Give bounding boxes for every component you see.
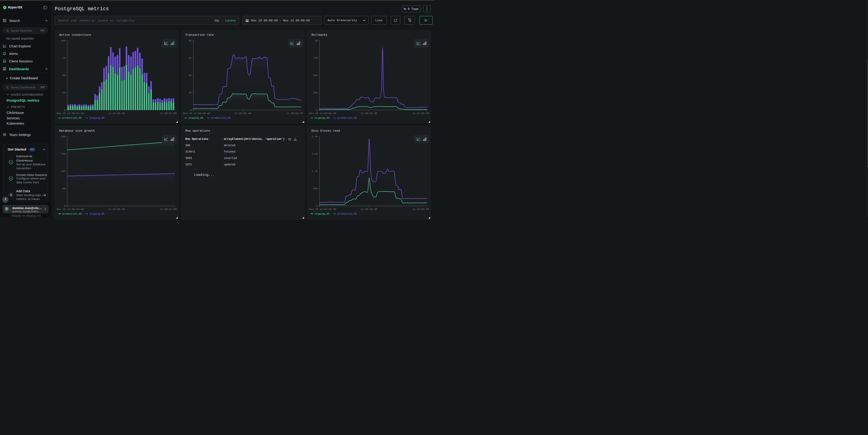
- svg-text:25: 25: [62, 91, 65, 94]
- svg-text:5B: 5B: [62, 187, 65, 190]
- svg-text:100: 100: [61, 39, 65, 42]
- svg-text:11:30:00 PM: 11:30:00 PM: [412, 208, 429, 211]
- svg-text:11:30:00 PM: 11:30:00 PM: [412, 112, 429, 115]
- svg-text:250: 250: [313, 91, 318, 94]
- svg-text:11:30:00 PM: 11:30:00 PM: [286, 112, 303, 115]
- svg-text:11:00:00 AM: 11:00:00 AM: [108, 208, 125, 211]
- svg-text:1.2K: 1.2K: [312, 170, 318, 173]
- svg-text:2.4K: 2.4K: [312, 135, 318, 138]
- svg-text:50: 50: [62, 74, 65, 77]
- svg-text:Nov 10 12:00:00 AM: Nov 10 12:00:00 AM: [183, 112, 210, 115]
- svg-text:Nov 10 12:00:00 AM: Nov 10 12:00:00 AM: [309, 208, 336, 211]
- svg-text:0: 0: [64, 109, 65, 111]
- svg-text:4K: 4K: [188, 74, 192, 77]
- svg-text:11:00:00 AM: 11:00:00 AM: [361, 208, 377, 211]
- svg-text:11:00:00 AM: 11:00:00 AM: [361, 112, 377, 115]
- svg-text:15B: 15B: [61, 153, 65, 155]
- svg-text:11:00:00 AM: 11:00:00 AM: [108, 112, 125, 115]
- svg-text:750: 750: [313, 57, 318, 60]
- svg-text:500: 500: [313, 74, 318, 77]
- svg-text:75: 75: [62, 57, 65, 60]
- svg-text:10B: 10B: [61, 170, 65, 173]
- svg-text:6K: 6K: [188, 57, 192, 60]
- svg-text:0: 0: [316, 204, 318, 207]
- svg-text:11:00:00 AM: 11:00:00 AM: [235, 112, 251, 115]
- svg-text:Nov 10 12:00:00 AM: Nov 10 12:00:00 AM: [57, 112, 84, 115]
- svg-text:1.8K: 1.8K: [312, 153, 318, 155]
- svg-text:11:30:00 PM: 11:30:00 PM: [160, 112, 177, 115]
- svg-text:20B: 20B: [61, 135, 65, 138]
- svg-text:0: 0: [64, 204, 65, 207]
- svg-text:Nov 10 12:00:00 AM: Nov 10 12:00:00 AM: [57, 208, 84, 211]
- svg-text:2K: 2K: [188, 91, 192, 94]
- svg-text:600: 600: [313, 187, 318, 190]
- svg-text:Nov 10 12:00:00 AM: Nov 10 12:00:00 AM: [309, 112, 336, 115]
- svg-text:11:30:00 PM: 11:30:00 PM: [160, 208, 177, 211]
- svg-text:1K: 1K: [315, 39, 318, 42]
- svg-text:8K: 8K: [188, 39, 192, 42]
- svg-text:0: 0: [316, 109, 318, 111]
- svg-text:0: 0: [190, 109, 191, 111]
